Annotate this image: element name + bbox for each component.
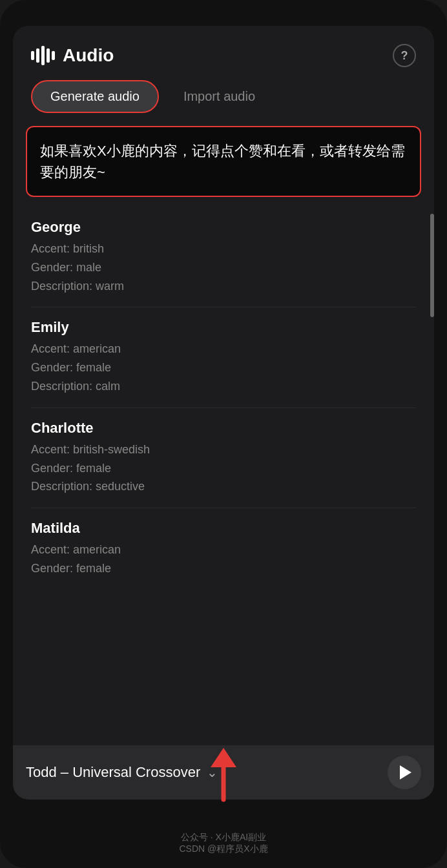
voice-accent-charlotte: Accent: british-swedish xyxy=(31,440,416,459)
bar5 xyxy=(52,51,55,60)
voice-item-emily[interactable]: Emily Accent: american Gender: female De… xyxy=(31,307,416,408)
voice-accent-emily: Accent: american xyxy=(31,340,416,358)
voice-name-emily: Emily xyxy=(31,319,416,336)
voice-name-george: George xyxy=(31,219,416,236)
text-content: 如果喜欢X小鹿的内容，记得点个赞和在看，或者转发给需要的朋友~ xyxy=(40,140,407,183)
voice-gender-emily: Gender: female xyxy=(31,358,416,377)
voice-item-charlotte[interactable]: Charlotte Accent: british-swedish Gender… xyxy=(31,408,416,508)
bar3 xyxy=(41,46,45,65)
voice-gender-charlotte: Gender: female xyxy=(31,459,416,478)
voice-accent-george: Accent: british xyxy=(31,240,416,258)
watermark-line2: CSDN @程序员X小鹿 xyxy=(0,843,447,855)
scrollbar-thumb xyxy=(430,214,434,317)
svg-marker-1 xyxy=(211,748,236,767)
voice-desc-george: Description: warm xyxy=(31,277,416,296)
voice-accent-matilda: Accent: american xyxy=(31,541,416,559)
bar4 xyxy=(47,48,50,63)
bar1 xyxy=(31,51,34,60)
play-button[interactable] xyxy=(388,756,421,789)
voice-desc-charlotte: Description: seductive xyxy=(31,477,416,496)
bar2 xyxy=(36,48,39,63)
generate-audio-tab[interactable]: Generate audio xyxy=(31,80,159,113)
audio-panel: Audio ? Generate audio Import audio 如果喜欢… xyxy=(13,26,434,800)
header-left: Audio xyxy=(31,45,114,66)
voice-list[interactable]: George Accent: british Gender: male Desc… xyxy=(13,207,434,745)
voice-gender-george: Gender: male xyxy=(31,258,416,277)
play-triangle-icon xyxy=(400,765,411,780)
help-icon[interactable]: ? xyxy=(393,44,416,67)
panel-title: Audio xyxy=(63,45,114,66)
phone-container: Audio ? Generate audio Import audio 如果喜欢… xyxy=(0,0,447,868)
voice-gender-matilda: Gender: female xyxy=(31,559,416,578)
audio-wave-icon xyxy=(31,46,55,65)
annotation-arrow xyxy=(198,748,249,809)
voice-item-matilda[interactable]: Matilda Accent: american Gender: female xyxy=(31,508,416,590)
voice-desc-emily: Description: calm xyxy=(31,377,416,396)
voice-name-matilda: Matilda xyxy=(31,520,416,537)
tab-bar: Generate audio Import audio xyxy=(13,80,434,126)
voice-name-charlotte: Charlotte xyxy=(31,420,416,437)
watermark-line1: 公众号 · X小鹿AI副业 xyxy=(0,832,447,843)
panel-header: Audio ? xyxy=(13,26,434,80)
watermark: 公众号 · X小鹿AI副业 CSDN @程序员X小鹿 xyxy=(0,825,447,868)
import-audio-tab[interactable]: Import audio xyxy=(164,80,275,113)
voice-item-george[interactable]: George Accent: british Gender: male Desc… xyxy=(31,207,416,307)
text-input-area[interactable]: 如果喜欢X小鹿的内容，记得点个赞和在看，或者转发给需要的朋友~ xyxy=(26,126,421,197)
selected-voice-label: Todd – Universal Crossover xyxy=(26,764,200,781)
